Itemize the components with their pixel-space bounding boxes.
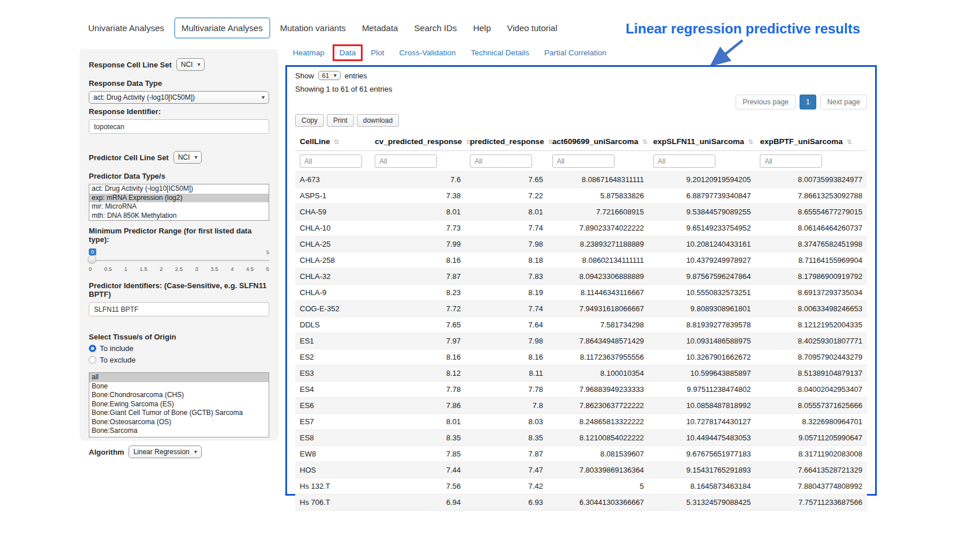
filter-cell (295, 151, 370, 172)
cell-value: 8.37476582451998 (755, 236, 867, 252)
download-button[interactable]: download (357, 114, 399, 127)
slider-tick-label: 3 (195, 266, 198, 272)
tab-data[interactable]: Data (333, 44, 363, 61)
table-row[interactable]: CHLA-2588.168.188.0860213411111110.43792… (295, 252, 867, 269)
cell-line-name: ES1 (295, 333, 370, 349)
table-row[interactable]: CHLA-257.997.988.2389327118888910.208124… (295, 236, 867, 252)
sort-icon[interactable]: ⇅ (847, 138, 852, 145)
table-row[interactable]: HOS7.447.477.803398691363649.15431765291… (295, 462, 867, 478)
filter-input-expbptf-unisarcoma[interactable] (760, 154, 822, 168)
nav-item-metadata[interactable]: Metadata (356, 18, 405, 37)
entries-count-select[interactable]: 61 ▾ (318, 71, 341, 80)
list-option-peripheral-nervous-system[interactable]: Peripheral_Nervous_System (89, 436, 269, 438)
radio-icon (89, 345, 96, 352)
tab-plot[interactable]: Plot (371, 48, 384, 57)
list-option-bone-ewing-sarcoma-es[interactable]: Bone:Ewing Sarcoma (ES) (89, 400, 269, 409)
tab-technical-details[interactable]: Technical Details (471, 48, 529, 57)
list-option-bone-giant-cell-tumor-of-bone-gctb-sarcoma[interactable]: Bone:Giant Cell Tumor of Bone (GCTB) Sar… (89, 409, 269, 418)
predictor-cell-line-set-label: Predictor Cell Line Set (89, 153, 169, 162)
table-row[interactable]: CHA-598.018.017.72166089159.538445790892… (295, 204, 867, 220)
tab-heatmap[interactable]: Heatmap (293, 48, 325, 57)
filter-input-cv-predicted-response[interactable] (375, 154, 437, 168)
column-header-cv-predicted-response[interactable]: cv_predicted_response⇅ (370, 134, 465, 151)
filter-input-cellline[interactable] (300, 154, 362, 168)
table-row[interactable]: CHLA-327.877.838.094233068888899.8756759… (295, 269, 867, 285)
cell-value: 8.35 (370, 430, 465, 446)
response-identifier-input[interactable] (89, 119, 269, 134)
copy-button[interactable]: Copy (295, 114, 324, 127)
table-row[interactable]: ES38.128.118.10001035410.5996438858978.5… (295, 365, 867, 382)
list-option-all[interactable]: all (89, 373, 269, 382)
table-row[interactable]: A-6737.67.658.086716483111119.2012091959… (295, 172, 867, 188)
cell-value: 7.96883949233333 (548, 382, 649, 398)
radio-to-exclude[interactable]: To exclude (89, 356, 269, 364)
filter-input-expslfn11-unisarcoma[interactable] (653, 154, 715, 168)
column-label: CellLine (300, 137, 330, 146)
column-header-cellline[interactable]: CellLine⇅ (295, 134, 370, 151)
list-option-exp-mrna-expression-log2[interactable]: exp: mRNA Expression (log2) (89, 194, 269, 203)
print-button[interactable]: Print (327, 114, 354, 127)
list-option-bone-chondrosarcoma-chs[interactable]: Bone:Chondrosarcoma (CHS) (89, 391, 269, 400)
column-header-expbptf-unisarcoma[interactable]: expBPTF_uniSarcoma⇅ (755, 134, 867, 151)
nav-item-multivariate-analyses[interactable]: Multivariate Analyses (174, 17, 270, 39)
table-row[interactable]: CHLA-107.737.747.890233740222229.6514923… (295, 220, 867, 236)
sort-icon[interactable]: ⇅ (334, 138, 340, 145)
table-row[interactable]: CHLA-98.238.198.1144634311666710.5550832… (295, 285, 867, 301)
sort-icon[interactable]: ⇅ (642, 138, 647, 145)
filter-cell (548, 151, 649, 172)
tab-partial-correlation[interactable]: Partial Correlation (544, 48, 606, 57)
list-option-bone-osteosarcoma-os[interactable]: Bone:Osteosarcoma (OS) (89, 418, 269, 427)
cell-value: 10.599643885897 (649, 365, 755, 382)
list-option-bone-sarcoma[interactable]: Bone:Sarcoma (89, 427, 269, 436)
table-row[interactable]: Hs 706.T6.946.936.304413033666675.313245… (295, 495, 867, 511)
table-row[interactable]: ES47.787.787.968839492333339.97511238474… (295, 382, 867, 398)
cell-value: 8.09423306888889 (548, 269, 649, 285)
list-option-bone[interactable]: Bone (89, 382, 269, 391)
sort-icon[interactable]: ⇅ (748, 138, 753, 145)
current-page-button[interactable]: 1 (800, 95, 816, 110)
table-row[interactable]: ES88.358.358.1210085402222210.4494475483… (295, 430, 867, 446)
list-option-act-drug-activity-log10-ic50m[interactable]: act: Drug Activity (-log10[IC50M]) (89, 184, 269, 194)
slider-tick-label: 0 (89, 266, 92, 272)
table-row[interactable]: DDLS7.657.647.5817342988.819392778395788… (295, 317, 867, 333)
slider-handle[interactable] (88, 255, 96, 264)
cell-value: 8.23893271188889 (548, 236, 649, 252)
page: Univariate AnalysesMultivariate Analyses… (0, 0, 980, 551)
filter-input-act609699-unisarcoma[interactable] (552, 154, 615, 168)
cell-value: 8.04002042953407 (755, 382, 867, 398)
column-header-act609699-unisarcoma[interactable]: act609699_uniSarcoma⇅ (548, 134, 649, 151)
filter-input-predicted-response[interactable] (470, 154, 532, 168)
table-row[interactable]: ES67.867.87.8623063772222210.08584878189… (295, 398, 867, 414)
column-header-predicted-response[interactable]: predicted_response⇅ (465, 134, 548, 151)
nav-item-search-ids[interactable]: Search IDs (408, 18, 463, 37)
tab-cross-validation[interactable]: Cross-Validation (399, 48, 456, 57)
cell-value: 8.71164155969904 (755, 252, 867, 269)
table-row[interactable]: ES78.018.038.2486581332222210.7278174430… (295, 414, 867, 430)
list-option-mir-microrna[interactable]: mir: MicroRNA (89, 202, 269, 212)
column-header-expslfn11-unisarcoma[interactable]: expSLFN11_uniSarcoma⇅ (649, 134, 755, 151)
nav-item-video-tutorial[interactable]: Video tutorial (500, 18, 563, 37)
radio-to-include[interactable]: To include (89, 344, 269, 353)
nav-item-univariate-analyses[interactable]: Univariate Analyses (82, 18, 171, 37)
predictor-identifiers-input[interactable] (89, 302, 269, 316)
table-row[interactable]: Hs 132.T7.567.4258.16458734631847.880437… (295, 478, 867, 495)
cell-line-name: ES6 (295, 398, 370, 414)
results-panel: Show 61 ▾ entries Showing 1 to 61 of 61 … (285, 65, 877, 496)
response-data-type-select[interactable]: act: Drug Activity (-log10[IC50M]) ▾ (89, 91, 269, 104)
table-row[interactable]: EW87.857.878.0815396079.676756519771838.… (295, 446, 867, 462)
algorithm-select[interactable]: Linear Regression ▾ (129, 446, 201, 458)
previous-page-button[interactable]: Previous page (736, 95, 796, 110)
cell-value: 10.5550832573251 (649, 285, 755, 301)
table-row[interactable]: COG-E-3527.727.747.949316180666679.80893… (295, 301, 867, 317)
table-row[interactable]: ASPS-17.387.225.8758338266.8879773934084… (295, 188, 867, 204)
next-page-button[interactable]: Next page (820, 95, 867, 110)
list-option-mth-dna-850k-methylation[interactable]: mth: DNA 850K Methylation (89, 212, 269, 221)
table-row[interactable]: ES28.168.168.1172363795555610.3267901662… (295, 349, 867, 365)
cell-value: 7.85 (370, 446, 465, 462)
response-cell-line-set-select[interactable]: NCI ▾ (176, 58, 205, 71)
table-row[interactable]: ES17.977.987.8643494857142910.0931486588… (295, 333, 867, 349)
predictor-cell-line-set-select[interactable]: NCI ▾ (174, 151, 202, 164)
slider-track[interactable] (89, 256, 269, 261)
nav-item-help[interactable]: Help (467, 18, 497, 37)
nav-item-mutation-variants[interactable]: Mutation variants (274, 18, 352, 37)
